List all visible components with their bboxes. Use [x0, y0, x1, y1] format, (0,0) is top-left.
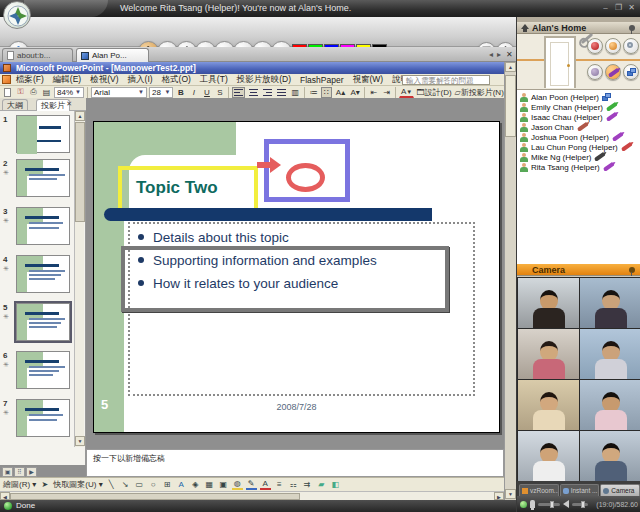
italic-button[interactable]: I [188, 87, 199, 98]
slideshow-button[interactable]: ▶ [26, 467, 37, 477]
shadow-button[interactable]: S [214, 87, 225, 98]
paste-icon[interactable]: ▤ [41, 87, 52, 98]
menu-flashpaper[interactable]: FlashPaper [300, 75, 343, 85]
scroll-right-icon[interactable]: ▶ [494, 492, 504, 500]
scroll-thumb[interactable] [75, 122, 85, 222]
draw-arrow-icon[interactable]: ↘ [120, 479, 131, 490]
camera-feed[interactable] [518, 329, 579, 379]
increase-font-button[interactable]: A▴ [334, 87, 347, 98]
pin-icon[interactable] [629, 25, 635, 31]
vertical-scrollbar[interactable]: ▲ ▼ [504, 62, 516, 500]
menu-window[interactable]: 視窗(W) [353, 74, 384, 86]
align-center-button[interactable] [247, 87, 259, 98]
microphone-icon[interactable] [530, 500, 535, 508]
draw-oval-icon[interactable]: ○ [148, 479, 159, 490]
door-icon[interactable] [544, 36, 576, 88]
maximize-button[interactable]: ❐ [613, 2, 624, 13]
user-row[interactable]: Emily Chan (Helper) [520, 102, 640, 112]
user-row[interactable]: Alan Poon (Helper) [520, 92, 640, 102]
new-slide-button[interactable]: ▱新投影片(N) [454, 87, 504, 98]
handshake-button[interactable] [605, 38, 621, 54]
tab-forward-icon[interactable]: ▸ [497, 50, 501, 59]
tab-about-blank[interactable]: about:b... [2, 48, 73, 62]
scroll-down-icon[interactable]: ▼ [75, 436, 85, 446]
share-windows-button[interactable] [623, 64, 639, 80]
shadow-style-icon[interactable]: ▰ [316, 479, 327, 490]
decrease-indent-button[interactable]: ⇤ [368, 87, 379, 98]
draw-mode-button[interactable] [605, 64, 621, 80]
menu-edit[interactable]: 編輯(E) [53, 74, 81, 86]
scroll-up-icon[interactable]: ▲ [75, 111, 85, 121]
close-button[interactable]: ✕ [626, 2, 637, 13]
minimize-button[interactable]: – [600, 2, 611, 13]
textbox-icon[interactable]: ⊞ [162, 479, 173, 490]
align-left-button[interactable] [232, 87, 244, 98]
pin-icon[interactable] [629, 267, 635, 273]
hscroll-thumb[interactable] [10, 493, 300, 500]
tab-back-icon[interactable]: ◂ [489, 50, 493, 59]
draw-menu[interactable]: 繪圖(R) ▾ [3, 479, 36, 490]
theater-button[interactable] [587, 38, 603, 54]
scroll-up-icon[interactable]: ▲ [505, 62, 516, 72]
zoom-combo[interactable]: 84%▼ [54, 87, 84, 98]
autoshapes-menu[interactable]: 快取圖案(U) ▾ [53, 479, 102, 490]
dash-style-icon[interactable]: ⚏ [288, 479, 299, 490]
columns-icon[interactable]: ▥ [290, 87, 301, 98]
draw-line-icon[interactable]: ╲ [106, 479, 117, 490]
fill-color-icon[interactable]: ◍ [232, 479, 243, 490]
slide-thumbnail-7[interactable] [16, 399, 70, 437]
increase-indent-button[interactable]: ⇥ [381, 87, 392, 98]
globe-button[interactable] [623, 38, 639, 54]
scroll-left-icon[interactable]: ◀ [0, 492, 10, 500]
slide-thumbnail-4[interactable] [16, 255, 70, 293]
user-row[interactable]: Lau Chun Pong (Helper) [520, 142, 640, 152]
menu-slideshow[interactable]: 投影片放映(D) [237, 74, 291, 86]
threed-style-icon[interactable]: ◧ [330, 479, 341, 490]
help-question-box[interactable]: 輸入需要解答的問題 [402, 75, 490, 85]
sorter-view-button[interactable]: ⠿ [14, 467, 25, 477]
user-row[interactable]: Joshua Poon (Helper) [520, 132, 640, 142]
permission-icon[interactable]: ⚿ [15, 87, 26, 98]
font-combo[interactable]: Arial▼ [91, 87, 147, 98]
decrease-font-button[interactable]: A▾ [349, 87, 362, 98]
bold-button[interactable]: B [175, 87, 186, 98]
menu-insert[interactable]: 插入(I) [128, 74, 153, 86]
user-row[interactable]: Isaac Chau (Helper) [520, 112, 640, 122]
print-icon[interactable]: ⎙ [28, 87, 39, 98]
new-file-icon[interactable] [2, 87, 13, 98]
room-header[interactable]: Alan's Home [517, 22, 640, 34]
line-style-icon[interactable]: ≡ [274, 479, 285, 490]
slide-thumbnail-2[interactable] [16, 159, 70, 197]
speaker-icon[interactable] [563, 500, 569, 508]
slides-tab[interactable]: 投影片 [36, 99, 70, 111]
outline-tab[interactable]: 大綱 [2, 99, 28, 111]
menu-format[interactable]: 格式(O) [162, 74, 191, 86]
user-row[interactable]: Rita Tsang (Helper) [520, 162, 640, 172]
tab-alan-room[interactable]: Alan Po... [76, 48, 149, 62]
user-row[interactable]: Mike Ng (Helper) [520, 152, 640, 162]
slide-thumbnail-3[interactable] [16, 207, 70, 245]
panel-close-icon[interactable]: ✕ [66, 100, 72, 108]
camera-header[interactable]: Camera [517, 264, 640, 276]
scroll-down-icon[interactable]: ▼ [505, 489, 516, 499]
slide-title[interactable]: Topic Two [136, 178, 218, 198]
tab-vzroom[interactable]: vzRoom... [519, 484, 559, 496]
bullets-button[interactable]: ∷ [321, 87, 332, 98]
font-color-button[interactable]: A▼ [399, 87, 413, 98]
picture-icon[interactable]: ▣ [218, 479, 229, 490]
camera-feed[interactable] [580, 278, 640, 328]
menu-file[interactable]: 檔案(F) [16, 74, 44, 86]
draw-rect-icon[interactable]: ▭ [134, 479, 145, 490]
menu-tools[interactable]: 工具(T) [200, 74, 228, 86]
camera-feed[interactable] [580, 380, 640, 430]
slider-knob[interactable] [550, 501, 554, 508]
font-size-combo[interactable]: 28▼ [149, 87, 174, 98]
camera-feed[interactable] [518, 278, 579, 328]
camera-feed[interactable] [580, 329, 640, 379]
vscroll-thumb[interactable] [505, 75, 516, 137]
justify-button[interactable] [275, 87, 287, 98]
tab-instant[interactable]: Instant ... [560, 484, 600, 496]
line-color-icon[interactable]: ✎ [246, 479, 257, 490]
wordart-icon[interactable]: A [176, 479, 187, 490]
horizontal-scrollbar[interactable]: ◀ ▶ [0, 491, 504, 500]
